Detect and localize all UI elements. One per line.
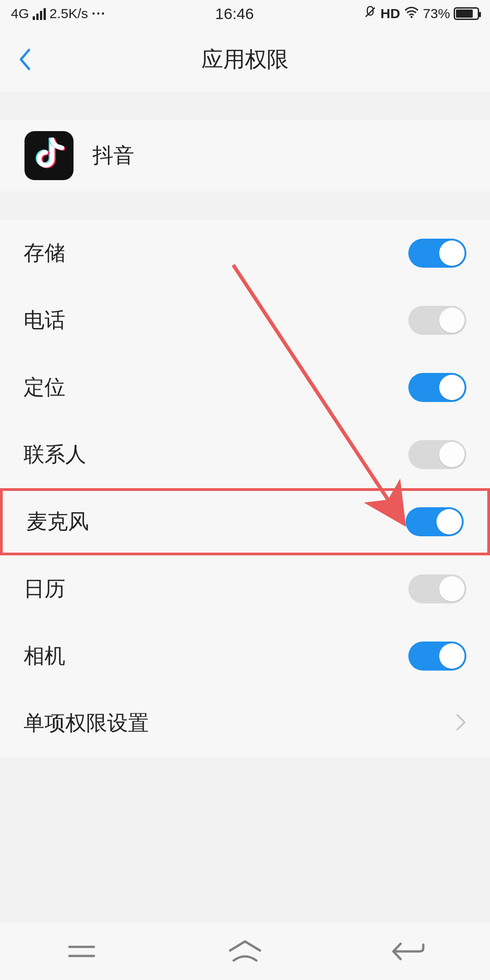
permission-label: 麦克风 bbox=[26, 508, 89, 536]
permission-toggle[interactable] bbox=[406, 507, 464, 536]
net-speed: 2.5K/s bbox=[49, 6, 88, 21]
permission-toggle[interactable] bbox=[408, 239, 466, 268]
permission-label: 定位 bbox=[24, 373, 65, 402]
app-icon bbox=[24, 131, 74, 180]
mute-icon bbox=[363, 5, 377, 22]
permission-row: 联系人 bbox=[0, 421, 490, 488]
permission-label: 联系人 bbox=[24, 441, 86, 469]
permission-toggle[interactable] bbox=[408, 642, 466, 671]
permission-label: 存储 bbox=[24, 239, 65, 267]
permission-row: 电话 bbox=[0, 287, 490, 354]
chevron-right-icon bbox=[456, 713, 466, 733]
nav-recent-button[interactable] bbox=[64, 938, 100, 965]
hd-label: HD bbox=[381, 6, 400, 21]
system-nav-bar bbox=[0, 923, 490, 980]
more-permissions-label: 单项权限设置 bbox=[24, 709, 149, 737]
page-header: 应用权限 bbox=[0, 27, 490, 92]
permission-label: 电话 bbox=[24, 306, 65, 334]
permission-row: 麦克风 bbox=[0, 488, 490, 555]
network-label: 4G bbox=[11, 6, 29, 21]
permission-toggle[interactable] bbox=[408, 440, 466, 469]
permission-label: 日历 bbox=[24, 575, 65, 603]
clock: 16:46 bbox=[215, 5, 254, 23]
permission-toggle[interactable] bbox=[408, 574, 466, 603]
permission-row: 定位 bbox=[0, 354, 490, 421]
permission-label: 相机 bbox=[24, 642, 65, 670]
permission-row: 相机 bbox=[0, 622, 490, 690]
nav-back-button[interactable] bbox=[390, 938, 426, 965]
app-name: 抖音 bbox=[93, 142, 134, 170]
battery-pct: 73% bbox=[423, 6, 450, 21]
more-dots-icon: ··· bbox=[92, 6, 106, 21]
page-title: 应用权限 bbox=[201, 45, 289, 74]
permission-toggle[interactable] bbox=[408, 373, 466, 402]
back-button[interactable] bbox=[18, 48, 32, 71]
permission-row: 存储 bbox=[0, 220, 490, 287]
permission-list: 存储电话定位联系人麦克风日历相机单项权限设置 bbox=[0, 220, 490, 757]
more-permissions-row[interactable]: 单项权限设置 bbox=[0, 690, 490, 757]
status-bar: 4G 2.5K/s ··· 16:46 HD 73% bbox=[0, 0, 490, 27]
signal-icon bbox=[33, 7, 46, 20]
app-info-row: 抖音 bbox=[0, 120, 490, 191]
wifi-icon bbox=[404, 6, 419, 22]
permission-row: 日历 bbox=[0, 555, 490, 622]
battery-icon bbox=[454, 7, 479, 20]
permission-toggle[interactable] bbox=[408, 306, 466, 335]
svg-point-0 bbox=[411, 16, 412, 18]
nav-home-button[interactable] bbox=[227, 938, 263, 965]
